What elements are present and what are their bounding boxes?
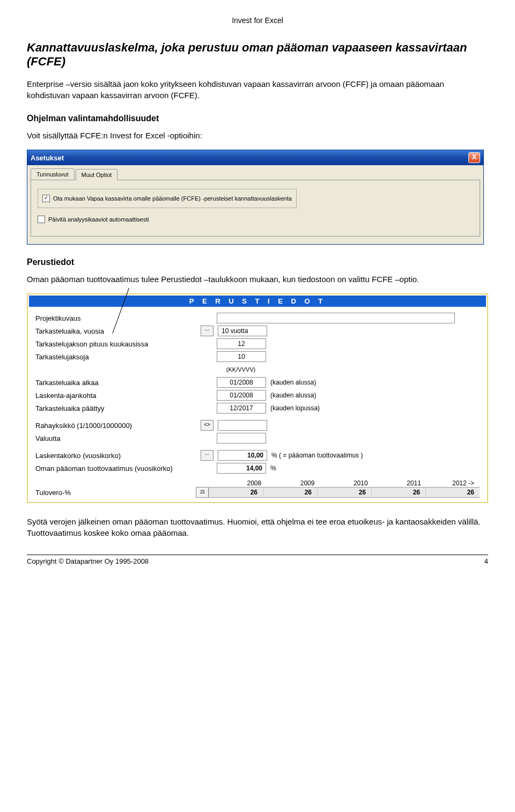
settings-dialog: Asetukset X Tunnusluvut Muut Optiot ✓ Ot…: [27, 150, 484, 245]
field-valuutta[interactable]: [217, 433, 266, 444]
field-laskentakorko[interactable]: 10,00: [218, 450, 267, 461]
section-options-heading: Ohjelman valintamahdollisuudet: [27, 114, 488, 123]
field-jaksonpituus[interactable]: 12: [217, 338, 266, 349]
desc-alkaa: (kauden alussa): [270, 379, 316, 386]
label-jaksonpituus: Tarkastelujakson pituus kuukausissa: [35, 340, 196, 348]
label-projektikuvaus: Projektikuvaus: [35, 314, 196, 322]
perustiedot-panel: P E R U S T I E D O T Projektikuvaus Tar…: [27, 293, 488, 503]
dots-button[interactable]: ···: [201, 326, 214, 336]
outro-paragraph: Syötä verojen jälkeinen oman pääoman tuo…: [27, 516, 488, 538]
option-autoupdate-label: Päivitä analyysikaaviot automaattisesti: [48, 216, 149, 223]
label-oman: Oman pääoman tuottovaatimus (vuosikorko): [35, 464, 196, 473]
section-perustiedot-text: Oman pääoman tuottovaatimus tulee Perust…: [27, 274, 488, 285]
footer-pagenum: 4: [484, 557, 488, 565]
option-fcfe-label: Ota mukaan Vapaa kassavirta omalle pääom…: [53, 195, 292, 202]
field-ajankohta[interactable]: 01/2008: [217, 390, 266, 401]
close-icon[interactable]: X: [468, 152, 480, 163]
option-autoupdate[interactable]: Päivitä analyysikaaviot automaattisesti: [38, 216, 473, 223]
label-valuutta: Valuutta: [35, 434, 196, 442]
label-ajankohta: Laskenta-ajankohta: [35, 392, 196, 400]
dialog-title: Asetukset: [31, 154, 64, 162]
desc-laskentakorko: % ( = pääoman tuottovaatimus ): [271, 452, 363, 459]
diamond-button[interactable]: <>: [201, 420, 214, 431]
year-header: 2008 2009 2010 2011 2012 ->: [214, 479, 480, 487]
label-tarkasteluaika: Tarkasteluaika, vuosia: [35, 327, 196, 335]
tab-tunnusluvut[interactable]: Tunnusluvut: [31, 168, 75, 180]
field-rahayksikko[interactable]: [218, 420, 267, 431]
page-footer: Copyright © Datapartner Oy 1995-2008 4: [27, 555, 488, 565]
footer-copyright: Copyright © Datapartner Oy 1995-2008: [27, 557, 149, 565]
desc-paattyy: (kauden lopussa): [270, 404, 320, 412]
label-kkvvvv: (KK/VVVV): [217, 366, 265, 373]
main-heading: Kannattavuuslaskelma, joka perustuu oman…: [27, 41, 488, 69]
dialog-titlebar: Asetukset X: [27, 150, 483, 165]
label-laskentakorko: Laskentakorko (vuosikorko): [35, 452, 196, 460]
section-options-text: Voit sisällyttää FCFE:n Invest for Excel…: [27, 130, 488, 141]
dots-button[interactable]: ···: [201, 450, 214, 461]
label-alkaa: Tarkasteluaika alkaa: [35, 379, 196, 387]
checkbox-icon[interactable]: ✓: [42, 195, 50, 202]
field-tarkasteluaika[interactable]: 10 vuotta: [218, 326, 267, 336]
tab-muut-optiot[interactable]: Muut Optiot: [76, 169, 118, 180]
perustiedot-title: P E R U S T I E D O T: [29, 296, 486, 307]
dialog-tabs: Tunnusluvut Muut Optiot: [31, 168, 480, 180]
checkbox-icon[interactable]: [38, 216, 45, 223]
label-jaksoja: Tarkastelujaksoja: [35, 353, 196, 361]
field-jaksoja[interactable]: 10: [217, 351, 266, 362]
label-paattyy: Tarkasteluaika päättyy: [35, 404, 196, 412]
section-perustiedot-heading: Perustiedot: [27, 257, 488, 267]
label-tulovero: Tulovero-%: [35, 489, 196, 497]
field-projektikuvaus[interactable]: [217, 313, 455, 323]
scale-icon[interactable]: ⚖: [196, 487, 209, 498]
label-rahayksikko: Rahayksikkö (1/1000/1000000): [35, 422, 196, 430]
page-header: Invest for Excel: [27, 16, 488, 25]
desc-oman: %: [270, 464, 276, 472]
field-paattyy[interactable]: 12/2017: [217, 403, 266, 414]
option-fcfe[interactable]: ✓ Ota mukaan Vapaa kassavirta omalle pää…: [42, 195, 292, 202]
field-alkaa[interactable]: 01/2008: [217, 377, 266, 388]
intro-paragraph: Enterprise –versio sisältää jaon koko yr…: [27, 78, 488, 101]
desc-ajankohta: (kauden alussa): [270, 392, 316, 399]
tulovero-values: 26 26 26 26 26: [209, 487, 480, 498]
field-oman[interactable]: 14,00: [217, 463, 266, 474]
